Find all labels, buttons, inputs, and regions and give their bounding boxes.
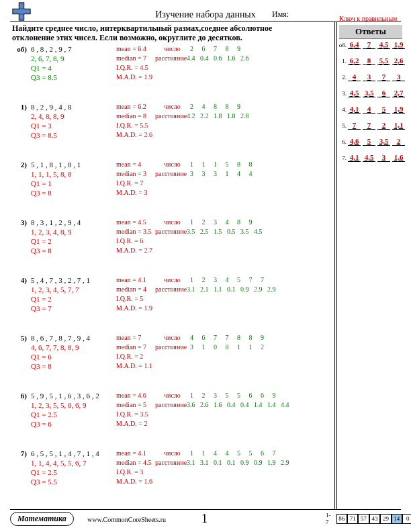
sorted-data: 1, 2, 3, 4, 5, 7, 7 bbox=[31, 285, 79, 294]
mad: M.A.D. = 1.1 bbox=[116, 362, 152, 369]
name-label: Имя: bbox=[272, 9, 289, 19]
answer-number: 6. bbox=[338, 138, 347, 145]
problem: 1)8 , 2 , 9 , 4 , 82, 4, 8, 8, 9Q1 = 3Q3… bbox=[12, 103, 328, 152]
problem: 5)8 , 6 , 7 , 8 , 7 , 9 , 44, 6, 7, 7, 8… bbox=[12, 334, 328, 384]
q3: Q3 = 5.5 bbox=[31, 478, 57, 486]
answer-row: 5.7721,1 bbox=[338, 121, 405, 130]
problem-data: 5 , 1 , 8 , 1 , 8 , 1 bbox=[31, 161, 81, 169]
mad: M.A.D. = 2 bbox=[116, 420, 147, 427]
sorted-data: 2, 4, 8, 8, 9 bbox=[31, 112, 64, 120]
answer-cell: 4,1 bbox=[348, 153, 361, 162]
q1: Q1 = 6 bbox=[31, 353, 52, 361]
problem-data: 8 , 6 , 7 , 8 , 7 , 9 , 4 bbox=[31, 334, 90, 342]
problem-number: 5) bbox=[12, 334, 27, 342]
q3: Q3 = 8 bbox=[31, 362, 52, 370]
distance-label: расстояние bbox=[155, 54, 187, 62]
answer-cell: 6,2 bbox=[348, 56, 361, 65]
answer-cell: 3,5 bbox=[363, 89, 375, 97]
problem-number: об) bbox=[12, 45, 27, 53]
worksheet-page: Изучение набора данных Имя: Ключ к прави… bbox=[0, 0, 411, 532]
answer-cell: 7 bbox=[377, 73, 390, 81]
mean: mean = 4.1 bbox=[116, 449, 146, 457]
answer-cell: 4,5 bbox=[348, 89, 361, 97]
problem-data: 6 , 8 , 2 , 9 , 7 bbox=[31, 45, 72, 53]
score-cell: 0 bbox=[402, 514, 411, 524]
number-row: 1 1 4 4 5 5 6 7 bbox=[187, 449, 276, 457]
q3: Q3 = 7 bbox=[31, 304, 52, 312]
iqr: I.Q.R. = 5 bbox=[116, 295, 143, 302]
answer-cell: 6,4 bbox=[348, 40, 361, 49]
q3: Q3 = 8 bbox=[31, 189, 52, 197]
answer-cell: 4 bbox=[348, 73, 361, 81]
answer-number: 5. bbox=[338, 122, 347, 129]
answer-cell: 7 bbox=[363, 121, 375, 130]
problem-data: 8 , 2 , 9 , 4 , 8 bbox=[31, 103, 72, 111]
distance-row: 3 1 0 0 1 1 2 bbox=[187, 343, 264, 351]
q3: Q3 = 6 bbox=[31, 420, 52, 428]
answer-number: 7. bbox=[338, 154, 347, 161]
number-row: 1 2 3 5 5 6 6 9 bbox=[187, 392, 276, 399]
answer-cell: 4,5 bbox=[363, 153, 375, 162]
problem-number: 1) bbox=[12, 103, 27, 111]
number-label: число bbox=[164, 392, 181, 399]
answers-header: Ответы bbox=[339, 25, 402, 39]
distance-label: расстояние bbox=[155, 343, 187, 351]
number-label: число bbox=[164, 334, 181, 341]
q1: Q1 = 4 bbox=[31, 64, 52, 72]
answers-column: об.6,474,51,91.6,285,52,62.43733.4,53,56… bbox=[338, 40, 405, 169]
distance-label: расстояние bbox=[155, 401, 187, 408]
iqr: I.Q.R. = 5.5 bbox=[116, 122, 148, 129]
answer-cell: 2,7 bbox=[392, 89, 405, 97]
distance-row: 4.4 0.4 0.6 1.6 2.6 bbox=[187, 54, 249, 62]
answer-row: 6.4,653,52 bbox=[338, 137, 405, 146]
problem-number: 4) bbox=[12, 276, 27, 284]
vertical-rule bbox=[336, 22, 337, 509]
mean: mean = 6.2 bbox=[116, 103, 146, 110]
answer-cell: 4,1 bbox=[348, 105, 361, 114]
problem-data: 6 , 5 , 5 , 1 , 4 , 7 , 1 , 4 bbox=[31, 449, 99, 457]
q3: Q3 = 8.5 bbox=[31, 131, 57, 139]
median: median = 7 bbox=[116, 343, 146, 351]
iqr: I.Q.R. = 3.5 bbox=[116, 410, 148, 418]
vertical-rule bbox=[334, 22, 335, 509]
median: median = 5 bbox=[116, 401, 146, 408]
sorted-data: 1, 1, 1, 5, 8, 8 bbox=[31, 170, 72, 178]
mean: mean = 4.6 bbox=[116, 392, 146, 399]
problem: 3)8 , 3 , 1 , 2 , 9 , 41, 2, 3, 4, 8, 9Q… bbox=[12, 218, 328, 268]
answer-row: 2.4373 bbox=[338, 73, 405, 81]
q1: Q1 = 2.5 bbox=[31, 410, 57, 418]
score-cell: 86 bbox=[336, 514, 347, 524]
answer-cell: 2,6 bbox=[392, 56, 405, 65]
distance-row: 3.1 3.1 0.1 0.1 0.9 0.9 1.9 2.9 bbox=[187, 459, 289, 466]
q1: Q1 = 2.5 bbox=[31, 468, 57, 476]
answer-number: 1. bbox=[338, 58, 347, 64]
number-row: 1 2 3 4 5 7 7 bbox=[187, 276, 264, 283]
distance-row: 4.2 2.2 1.8 1.8 2.8 bbox=[187, 112, 249, 120]
problem-data: 5 , 9 , 5 , 1 , 6 , 3 , 6 , 2 bbox=[31, 392, 99, 400]
answer-cell: 5,5 bbox=[377, 56, 390, 65]
answer-cell: 1,1 bbox=[392, 121, 405, 130]
mean: mean = 4.1 bbox=[116, 276, 146, 283]
answer-cell: 6 bbox=[377, 89, 390, 97]
mean: mean = 7 bbox=[116, 334, 141, 341]
instructions: Найдите среднее число, интерквартильный … bbox=[12, 24, 314, 43]
answer-row: 1.6,285,52,6 bbox=[338, 56, 405, 65]
q3: Q3 = 8.5 bbox=[31, 73, 57, 81]
distance-row: 3.1 2.1 1.1 0.1 0.9 2.9 2.9 bbox=[187, 285, 276, 293]
bottom-rule bbox=[10, 509, 401, 510]
answer-row: 4.4,1451,9 bbox=[338, 105, 405, 114]
answer-cell: 5 bbox=[377, 105, 390, 114]
answer-cell: 7 bbox=[363, 40, 375, 49]
answer-cell: 5 bbox=[363, 137, 375, 146]
distance-label: расстояние bbox=[155, 459, 187, 466]
score-range: 1-7 bbox=[326, 512, 334, 525]
iqr: I.Q.R. = 3 bbox=[116, 468, 143, 476]
number-label: число bbox=[164, 218, 181, 226]
median: median = 3.5 bbox=[116, 228, 152, 235]
problems-area: об)6 , 8 , 2 , 9 , 72, 6, 7, 8, 9Q1 = 4Q… bbox=[12, 45, 328, 507]
subject-box: Математика bbox=[10, 512, 74, 526]
score-cell: 43 bbox=[369, 514, 380, 524]
sorted-data: 4, 6, 7, 7, 8, 8, 9 bbox=[31, 343, 79, 351]
answer-cell: 8 bbox=[363, 56, 375, 65]
sorted-data: 1, 2, 3, 5, 5, 6, 6, 9 bbox=[31, 401, 87, 409]
